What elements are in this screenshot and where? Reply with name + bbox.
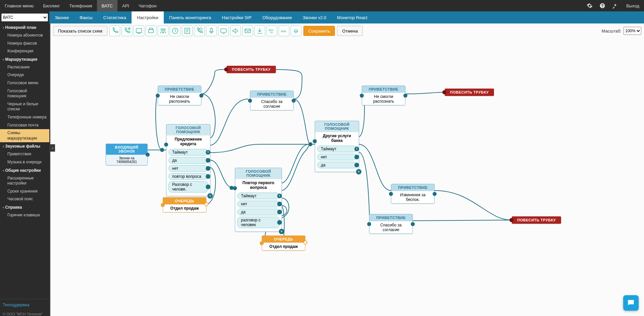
sidebar-group[interactable]: Маршрутизация — [0, 55, 49, 63]
node-hangup[interactable]: ПОВЕСИТЬ ТРУБКУ — [227, 66, 276, 73]
palette-announce-icon[interactable] — [230, 25, 241, 36]
palette-conference-icon[interactable] — [158, 25, 168, 36]
sidebar-item[interactable]: Сроки хранения — [0, 188, 49, 196]
node-inport[interactable] — [224, 67, 228, 71]
topnav-item[interactable]: Телефония — [65, 0, 97, 11]
node-greeting[interactable]: ПРИВЕТСТВИЕ Спасибо за согласие — [369, 214, 413, 234]
topnav-item[interactable]: API — [117, 0, 134, 11]
node-outport[interactable] — [303, 241, 307, 245]
sidebar-item[interactable]: Расширенные настройки — [0, 174, 49, 188]
node-voice-assistant[interactable]: ГОЛОСОВОЙ ПОМОЩНИК Повтор первого вопрос… — [235, 168, 282, 232]
gear-icon[interactable] — [583, 0, 596, 11]
node-option[interactable]: разговор с человек — [237, 217, 280, 228]
palette-dial-icon[interactable] — [194, 25, 205, 36]
node-voice-assistant[interactable]: ГОЛОСОВОЙ ПОМОЩНИК Предложение кредита Т… — [166, 124, 210, 196]
palette-api-icon[interactable]: API — [291, 25, 301, 36]
sidebar-item[interactable]: Черные и белые списки — [0, 100, 49, 113]
node-inport[interactable] — [360, 94, 364, 98]
palette-incoming-icon[interactable] — [109, 25, 120, 36]
topnav-item[interactable]: ВАТС — [97, 0, 117, 11]
cancel-button[interactable]: Отмена — [337, 26, 363, 36]
node-outport[interactable] — [354, 155, 359, 159]
node-option[interactable]: повтор вопроса — [168, 173, 208, 180]
add-option-button[interactable]: + — [356, 169, 361, 174]
node-option[interactable]: да — [168, 157, 208, 164]
node-option[interactable]: да — [237, 209, 280, 215]
topnav-item[interactable]: Биллинг — [38, 0, 64, 11]
node-inport[interactable] — [367, 222, 371, 226]
palette-record-icon[interactable] — [206, 25, 217, 36]
node-inport[interactable] — [156, 94, 160, 98]
node-hangup[interactable]: ПОВЕСИТЬ ТРУБКУ — [512, 216, 561, 224]
node-voice-assistant[interactable]: ГОЛОСОВОЙ ПОМОЩНИК Другие услуги банка Т… — [315, 121, 359, 172]
node-inport[interactable] — [248, 99, 252, 103]
show-schemes-button[interactable]: Показать список схем — [53, 26, 107, 36]
node-outport[interactable] — [199, 94, 203, 98]
node-outport[interactable] — [206, 166, 210, 171]
palette-download-icon[interactable] — [254, 25, 265, 36]
sidebar-item[interactable]: Схемы маршрутизации — [0, 129, 49, 142]
tab[interactable]: Оборудование — [257, 11, 297, 23]
sidebar-item[interactable]: Приветствия — [0, 150, 49, 158]
palette-voicemail-icon[interactable] — [242, 25, 253, 36]
support-link[interactable]: Техподдержка — [3, 303, 30, 307]
node-queue[interactable]: ОЧЕРЕДЬ Отдел продаж — [262, 235, 305, 251]
node-greeting[interactable]: ПРИВЕТСТВИЕ Не смогли распознать — [158, 86, 201, 105]
palette-schedule-icon[interactable] — [170, 25, 181, 36]
sidebar-group[interactable]: Общие настройки — [0, 166, 49, 174]
tab[interactable]: Звонки — [49, 11, 74, 23]
node-outport[interactable] — [411, 222, 415, 226]
node-option[interactable]: нет — [237, 201, 280, 207]
tab[interactable]: Статистика — [98, 11, 132, 23]
node-outport[interactable] — [354, 147, 359, 151]
node-inport[interactable] — [442, 90, 446, 94]
sidebar-item[interactable]: Очереди — [0, 71, 49, 79]
node-outport[interactable] — [277, 194, 282, 198]
node-greeting[interactable]: ПРИВЕТСТВИЕ Не смогли распознать — [362, 86, 405, 105]
palette-outgoing-icon[interactable] — [121, 25, 132, 36]
node-option[interactable]: Таймаут — [237, 193, 280, 199]
sidebar-item[interactable]: Голосовая почта — [0, 121, 49, 129]
palette-fax-icon[interactable] — [146, 25, 156, 36]
node-outport[interactable] — [292, 99, 296, 103]
sidebar-item[interactable]: Телефонные номера — [0, 113, 49, 121]
node-greeting[interactable]: ПРИВЕТСТВИЕ Спасибо за согласие — [250, 91, 294, 110]
chat-fab[interactable] — [623, 295, 639, 311]
node-outport[interactable] — [277, 220, 282, 225]
palette-menu-icon[interactable] — [182, 25, 193, 36]
node-inport[interactable] — [161, 203, 165, 207]
node-inport[interactable] — [260, 241, 264, 245]
tab[interactable]: Настройки — [132, 11, 164, 23]
add-option-button[interactable]: + — [207, 193, 213, 199]
palette-sms-icon[interactable] — [134, 25, 144, 36]
node-incoming-call[interactable]: ВХОДЯЩИЙ ЗВОНОК Звонки на 74996854261 — [106, 144, 148, 165]
sidebar-item[interactable]: Конференции — [0, 47, 49, 55]
palette-bitrix-icon[interactable]: Bitrix24 — [266, 25, 277, 36]
tab[interactable]: Звонки v2.0 — [297, 11, 332, 23]
tab[interactable]: Настройки SIP — [216, 11, 257, 23]
tab[interactable]: Панель мониторинга — [164, 11, 217, 23]
help-icon[interactable] — [596, 0, 609, 11]
node-outport[interactable] — [204, 202, 208, 206]
node-inport[interactable] — [164, 143, 168, 147]
context-select[interactable]: ВАТС — [1, 13, 48, 21]
node-outport[interactable] — [403, 94, 407, 98]
sidebar-item[interactable]: Номера абонентов — [0, 32, 49, 40]
sidebar-group[interactable]: Номерной план — [0, 23, 49, 32]
node-outport[interactable] — [354, 163, 359, 167]
tools-icon[interactable] — [609, 0, 622, 11]
node-option[interactable]: да — [317, 162, 357, 168]
sidebar-collapse-handle[interactable]: › — [50, 144, 55, 152]
sidebar-item[interactable]: Расписания — [0, 63, 49, 71]
tab[interactable]: Монитор React — [332, 11, 373, 23]
node-inport[interactable] — [509, 218, 513, 222]
scale-select[interactable]: 100% — [624, 27, 641, 35]
sidebar-group[interactable]: Звуковые файлы — [0, 142, 49, 150]
node-queue[interactable]: ОЧЕРЕДЬ Отдел продаж — [163, 197, 206, 212]
node-outport[interactable] — [146, 153, 150, 157]
logout-link[interactable]: Выход — [622, 0, 644, 11]
node-outport[interactable] — [206, 158, 210, 163]
node-outport[interactable] — [206, 174, 210, 179]
add-option-button[interactable]: + — [279, 229, 284, 234]
node-greeting[interactable]: ПРИВЕТСТВИЕ Извинения за беспок. — [391, 184, 435, 204]
